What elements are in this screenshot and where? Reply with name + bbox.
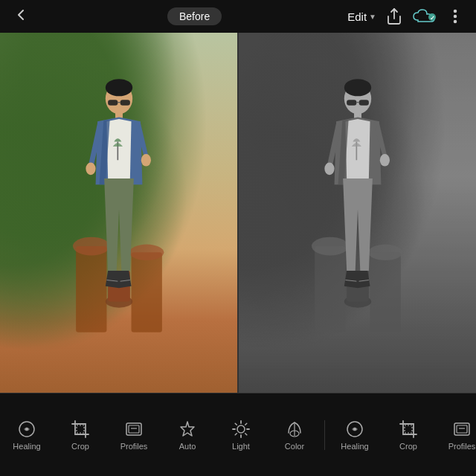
tool-profiles[interactable]: Profiles: [107, 416, 161, 454]
svg-point-26: [368, 244, 402, 260]
tool-crop-2[interactable]: Crop: [382, 416, 435, 454]
profiles-icon-2: [452, 419, 472, 439]
edit-label: Edit: [347, 10, 367, 23]
top-bar-center: Before: [167, 7, 222, 25]
cloud-sync-icon: ✓: [412, 8, 437, 25]
healing-icon: [17, 419, 36, 439]
light-icon: [231, 419, 251, 439]
color-label: Color: [285, 442, 304, 451]
back-button[interactable]: [12, 6, 42, 27]
profiles-label-2: Profiles: [448, 442, 476, 451]
tool-crop[interactable]: Crop: [54, 416, 107, 454]
svg-point-46: [237, 425, 245, 433]
svg-point-36: [324, 162, 334, 175]
top-bar-right: Edit ▼ ✓: [347, 7, 464, 25]
crop-label: Crop: [71, 442, 89, 451]
svg-point-13: [105, 79, 132, 96]
svg-rect-23: [315, 246, 345, 332]
svg-line-52: [245, 433, 247, 434]
svg-point-9: [129, 244, 164, 260]
svg-rect-25: [370, 252, 400, 332]
bottom-toolbar: Healing Crop Profiles: [0, 393, 476, 476]
profiles-label: Profiles: [120, 442, 148, 451]
svg-line-51: [235, 423, 237, 425]
toolbar-strip: Healing Crop Profiles: [0, 393, 476, 476]
edit-dropdown[interactable]: Edit ▼: [347, 10, 376, 23]
crop-icon-2: [399, 419, 418, 439]
tool-healing[interactable]: Healing: [0, 416, 54, 454]
back-arrow-icon: [12, 6, 30, 24]
more-icon: [446, 7, 464, 25]
svg-rect-6: [76, 246, 106, 332]
svg-point-24: [311, 237, 348, 255]
svg-rect-44: [129, 425, 139, 433]
svg-point-41: [25, 428, 28, 431]
svg-point-5: [454, 21, 456, 23]
share-icon: [385, 7, 403, 25]
person-figure-left: [54, 62, 184, 357]
svg-text:✓: ✓: [430, 15, 435, 22]
sync-button[interactable]: ✓: [412, 8, 437, 25]
svg-line-54: [235, 433, 237, 434]
svg-rect-32: [358, 100, 368, 105]
tool-light[interactable]: Light: [214, 416, 268, 454]
svg-point-30: [344, 79, 370, 96]
top-bar: Before Edit ▼ ✓: [0, 0, 476, 33]
healing-label: Healing: [13, 442, 40, 451]
svg-point-37: [379, 154, 389, 167]
share-button[interactable]: [385, 7, 403, 25]
tool-healing-2[interactable]: Healing: [328, 416, 382, 454]
tool-auto[interactable]: Auto: [161, 416, 214, 454]
svg-point-7: [72, 237, 109, 255]
person-figure-right: [292, 62, 422, 357]
svg-rect-8: [131, 252, 161, 332]
color-icon: [285, 419, 304, 439]
profiles-icon: [124, 419, 144, 439]
svg-point-20: [141, 154, 150, 167]
svg-rect-31: [347, 100, 356, 105]
auto-icon: [178, 419, 197, 439]
photo-panel-before: [0, 33, 237, 393]
svg-point-19: [86, 162, 95, 175]
auto-label: Auto: [179, 442, 196, 451]
svg-rect-61: [457, 425, 467, 433]
crop-icon: [71, 419, 90, 439]
caret-icon: ▼: [369, 13, 376, 21]
before-label: Before: [167, 7, 222, 25]
svg-rect-42: [77, 425, 84, 433]
tool-profiles-2[interactable]: Profiles: [435, 416, 476, 454]
toolbar-scroll: Healing Crop Profiles: [0, 393, 476, 476]
svg-point-4: [454, 16, 456, 18]
svg-rect-59: [405, 425, 412, 433]
crop-label-2: Crop: [399, 442, 417, 451]
svg-rect-14: [108, 100, 118, 105]
light-label: Light: [232, 442, 250, 451]
svg-rect-15: [120, 100, 129, 105]
photo-panel-after: [239, 33, 476, 393]
healing-icon-2: [345, 419, 364, 439]
svg-point-58: [353, 428, 356, 431]
svg-line-53: [245, 423, 247, 425]
svg-point-3: [454, 10, 456, 13]
menu-button[interactable]: [446, 7, 464, 25]
healing-label-2: Healing: [341, 442, 368, 451]
toolbar-mid-separator: [324, 420, 325, 450]
tool-color[interactable]: Color: [268, 416, 321, 454]
photo-area: [0, 33, 476, 393]
photo-divider: [237, 33, 239, 393]
